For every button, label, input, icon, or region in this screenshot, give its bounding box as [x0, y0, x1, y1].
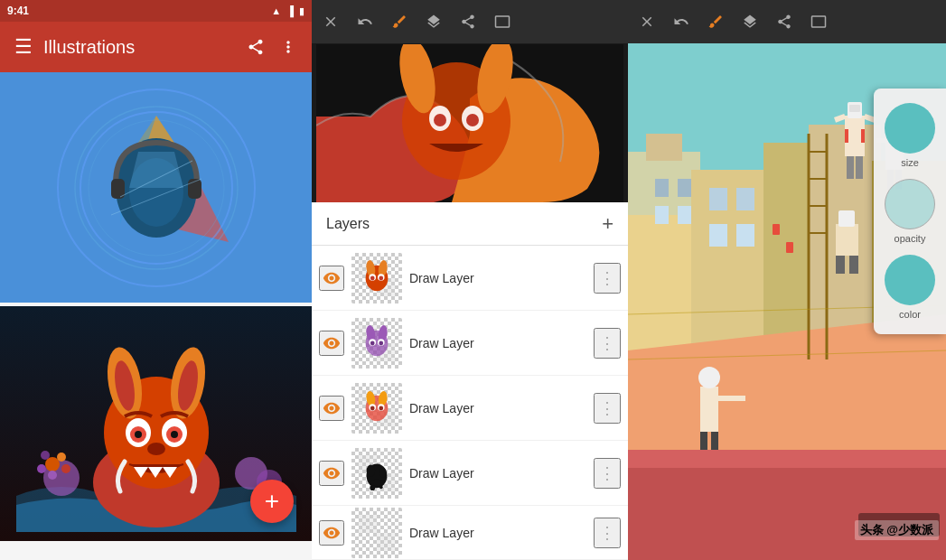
layer-3-preview: [359, 389, 395, 427]
layer-5-thumb-inner: [359, 515, 395, 551]
close-button-right[interactable]: [639, 14, 655, 30]
layer-3-more[interactable]: ⋮: [594, 393, 621, 424]
share-button-middle[interactable]: [460, 14, 476, 30]
layer-5-preview: [359, 514, 395, 552]
more-button[interactable]: [279, 38, 297, 56]
svg-rect-95: [678, 179, 691, 197]
svg-rect-112: [856, 156, 863, 179]
blue-art: [0, 72, 312, 303]
status-icons: ▲ ▐ ▮: [271, 5, 304, 17]
layer-2-preview: [359, 324, 395, 362]
svg-rect-98: [709, 188, 727, 210]
more-icon: [279, 38, 297, 56]
header-action-icons: [247, 38, 297, 56]
svg-point-50: [370, 275, 375, 280]
expand-icon-right: [810, 14, 827, 30]
svg-rect-125: [836, 256, 845, 274]
layers-icon-middle: [426, 14, 442, 30]
svg-point-31: [48, 471, 57, 480]
layer-1-name: Draw Layer: [409, 271, 586, 285]
svg-rect-111: [847, 156, 854, 179]
color-label: color: [899, 309, 921, 320]
wifi-icon: ▲: [271, 5, 281, 16]
add-layer-icon: +: [602, 212, 613, 235]
svg-rect-94: [655, 179, 669, 197]
layer-4-visibility[interactable]: [319, 461, 344, 486]
svg-point-77: [379, 467, 387, 477]
layer-3-thumb-inner: [359, 390, 395, 426]
gallery-item-2[interactable]: +: [0, 306, 312, 541]
svg-point-51: [379, 275, 383, 280]
hamburger-icon[interactable]: ☰: [14, 35, 33, 59]
layer-4-more[interactable]: ⋮: [594, 458, 621, 489]
app-title: Illustrations: [43, 37, 236, 58]
layer-4-thumb-inner: [359, 455, 395, 491]
layer-4-preview: [359, 454, 395, 492]
layer-3-visibility[interactable]: [319, 396, 344, 421]
brush-button-right[interactable]: [707, 14, 724, 30]
circle-mid: [80, 111, 233, 265]
canvas-art: [316, 44, 623, 202]
gallery-item-1[interactable]: [0, 72, 312, 303]
svg-point-80: [379, 485, 383, 489]
layers-add-button[interactable]: +: [602, 212, 613, 236]
layer-item-3: Draw Layer ⋮: [312, 376, 628, 441]
svg-point-128: [698, 367, 720, 388]
layer-4-name: Draw Layer: [409, 466, 586, 481]
color-tool[interactable]: [885, 255, 935, 305]
layers-header: Layers +: [312, 202, 628, 246]
layer-item-1: Draw Layer ⋮: [312, 246, 628, 311]
layers-button-middle[interactable]: [426, 14, 442, 30]
svg-point-70: [370, 406, 375, 410]
svg-rect-100: [709, 224, 727, 247]
expand-button-right[interactable]: [810, 14, 827, 30]
share-button-right[interactable]: [776, 14, 792, 30]
layers-button-right[interactable]: [742, 14, 758, 30]
opacity-label: opacity: [894, 233, 926, 244]
layer-2-visibility[interactable]: [319, 331, 344, 356]
layers-icon-right: [742, 14, 758, 30]
left-panel: 9:41 ▲ ▐ ▮ ☰ Illustrations: [0, 0, 312, 560]
right-toolbar: [628, 0, 946, 43]
share-button[interactable]: [247, 38, 265, 56]
svg-rect-97: [678, 206, 691, 224]
svg-point-28: [45, 457, 60, 471]
eye-icon-1: [323, 269, 341, 287]
status-time: 9:41: [7, 5, 29, 17]
undo-button-right[interactable]: [673, 14, 689, 30]
svg-rect-114: [861, 129, 865, 143]
svg-rect-110: [849, 105, 860, 112]
layer-item-4: Draw Layer ⋮: [312, 441, 628, 506]
svg-point-41: [466, 114, 479, 126]
layer-item-2: Draw Layer ⋮: [312, 311, 628, 376]
close-button-middle[interactable]: [323, 14, 339, 30]
layer-4-thumb: [351, 448, 402, 499]
add-button[interactable]: +: [250, 480, 294, 523]
layer-2-more[interactable]: ⋮: [594, 328, 621, 359]
add-icon: +: [265, 487, 279, 516]
middle-toolbar: [312, 0, 628, 43]
layers-panel: Layers +: [312, 202, 628, 560]
svg-point-32: [37, 464, 46, 473]
size-tool[interactable]: [885, 103, 935, 154]
undo-button-middle[interactable]: [357, 14, 373, 30]
layer-5-more[interactable]: ⋮: [594, 518, 621, 548]
layers-list: Draw Layer ⋮: [312, 246, 628, 560]
brush-button-middle[interactable]: [391, 14, 407, 30]
expand-button-middle[interactable]: [494, 14, 510, 30]
svg-rect-82: [359, 515, 377, 533]
svg-rect-123: [836, 224, 858, 256]
svg-rect-96: [655, 206, 669, 224]
undo-icon-middle: [357, 14, 373, 30]
layer-1-more[interactable]: ⋮: [594, 263, 621, 294]
layer-item-5: Draw Layer ⋮: [312, 506, 628, 560]
layer-1-thumb: [351, 253, 402, 303]
opacity-tool[interactable]: [885, 179, 935, 229]
status-bar: 9:41 ▲ ▐ ▮: [0, 0, 312, 22]
layer-5-name: Draw Layer: [409, 526, 586, 540]
svg-rect-126: [849, 256, 858, 274]
layer-5-visibility[interactable]: [319, 520, 344, 546]
middle-panel: Layers +: [312, 0, 628, 560]
close-icon-right: [639, 14, 655, 30]
layer-1-visibility[interactable]: [319, 266, 344, 291]
